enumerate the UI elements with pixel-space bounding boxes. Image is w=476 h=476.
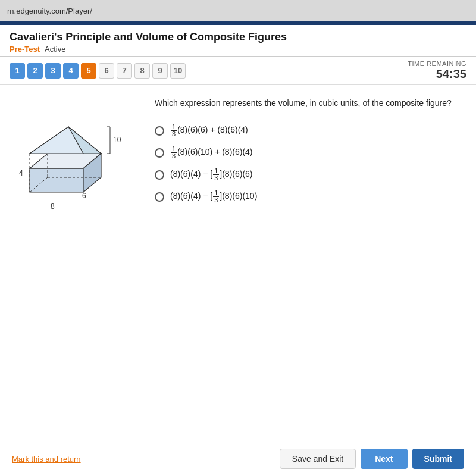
option-a-label: 13(8)(6)(6) + (8)(6)(4): [170, 124, 248, 137]
composite-figure: 10 4 6 8: [18, 97, 137, 216]
browser-bar: rn.edgenuity.com/Player/: [0, 0, 476, 21]
q-num-3[interactable]: 3: [45, 63, 61, 79]
options-list: 13(8)(6)(6) + (8)(6)(4) 13(8)(6)(10) + (…: [155, 124, 464, 203]
question-numbers: 1 2 3 4 5 6 7 8 9 10: [10, 63, 186, 79]
question-text: Which expression represents the volume, …: [155, 97, 464, 109]
submit-button[interactable]: Submit: [412, 449, 464, 469]
svg-marker-6: [30, 127, 83, 154]
page-title: Cavalieri's Principle and Volume of Comp…: [10, 31, 466, 43]
time-value: 54:35: [408, 67, 466, 81]
radio-d[interactable]: [155, 192, 164, 202]
q-num-2[interactable]: 2: [27, 63, 43, 79]
q-num-7[interactable]: 7: [117, 63, 132, 79]
svg-marker-0: [30, 168, 83, 192]
dim-10: 10: [113, 136, 121, 144]
q-num-1[interactable]: 1: [10, 63, 25, 79]
q-num-5[interactable]: 5: [81, 63, 96, 79]
mark-return-link[interactable]: Mark this and return: [12, 455, 81, 464]
pre-test-label: Pre-Test: [10, 45, 40, 54]
active-label: Active: [45, 45, 65, 54]
q-num-6[interactable]: 6: [99, 63, 114, 79]
q-num-9[interactable]: 9: [152, 63, 168, 79]
footer-buttons: Save and Exit Next Submit: [280, 449, 464, 469]
title-bar: Cavalieri's Principle and Volume of Comp…: [0, 25, 476, 57]
dim-4: 4: [19, 169, 23, 177]
content-area: 10 4 6 8 Which expression represents the…: [0, 85, 476, 441]
option-d-label: (8)(6)(4) − [13](8)(6)(10): [170, 190, 257, 203]
option-c[interactable]: (8)(6)(4) − [13](8)(6)(6): [155, 168, 464, 181]
q-num-8[interactable]: 8: [134, 63, 150, 79]
save-exit-button[interactable]: Save and Exit: [280, 449, 356, 469]
option-b[interactable]: 13(8)(6)(10) + (8)(6)(4): [155, 146, 464, 159]
q-num-10[interactable]: 10: [170, 63, 186, 79]
time-remaining: TIME REMAINING 54:35: [408, 60, 466, 81]
main-container: Cavalieri's Principle and Volume of Comp…: [0, 21, 476, 476]
option-b-label: 13(8)(6)(10) + (8)(6)(4): [170, 146, 253, 159]
question-area: Which expression represents the volume, …: [155, 97, 464, 429]
radio-a[interactable]: [155, 126, 164, 136]
figure-area: 10 4 6 8: [12, 97, 143, 429]
option-d[interactable]: (8)(6)(4) − [13](8)(6)(10): [155, 190, 464, 203]
nav-row: 1 2 3 4 5 6 7 8 9 10 TIME REMAINING 54:3…: [0, 57, 476, 85]
dim-6: 6: [82, 192, 86, 200]
radio-c[interactable]: [155, 170, 164, 180]
q-num-4[interactable]: 4: [63, 63, 79, 79]
radio-b[interactable]: [155, 148, 164, 158]
dim-8: 8: [51, 202, 55, 211]
next-button[interactable]: Next: [361, 449, 407, 469]
subtitle-row: Pre-Test Active: [10, 45, 466, 54]
url-display: rn.edgenuity.com/Player/: [7, 7, 92, 15]
time-label: TIME REMAINING: [408, 60, 466, 67]
footer-bar: Mark this and return Save and Exit Next …: [0, 441, 476, 476]
option-a[interactable]: 13(8)(6)(6) + (8)(6)(4): [155, 124, 464, 137]
option-c-label: (8)(6)(4) − [13](8)(6)(6): [170, 168, 253, 181]
